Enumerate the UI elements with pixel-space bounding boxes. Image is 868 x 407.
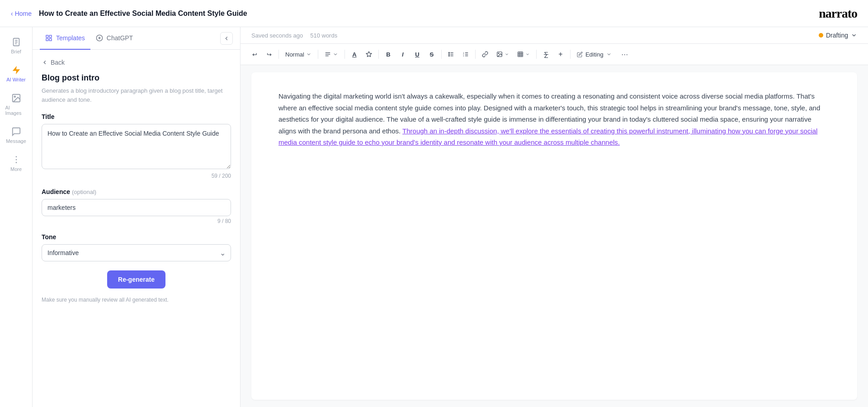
back-label: Back bbox=[51, 59, 65, 66]
tone-form-group: Tone Informative Formal Casual Persuasiv… bbox=[42, 233, 231, 261]
main-layout: Brief AI Writer AI Images Message More T… bbox=[0, 27, 868, 407]
image-dropdown[interactable] bbox=[493, 49, 513, 59]
collapse-panel-button[interactable] bbox=[220, 32, 233, 45]
style-chevron-icon bbox=[306, 52, 311, 57]
editor-area: Saved seconds ago 510 words Drafting ↩ ↪… bbox=[241, 27, 868, 407]
redo-button[interactable]: ↪ bbox=[262, 47, 276, 61]
undo-button[interactable]: ↩ bbox=[248, 47, 261, 61]
sidebar-item-brief-label: Brief bbox=[11, 49, 21, 54]
home-link[interactable]: ‹ Home bbox=[11, 10, 32, 17]
document-icon bbox=[11, 37, 21, 47]
svg-point-21 bbox=[448, 54, 449, 55]
disclaimer: Make sure you manually review all AI gen… bbox=[42, 296, 231, 304]
title-textarea[interactable] bbox=[42, 124, 231, 169]
title-label: Title bbox=[42, 113, 231, 120]
bullet-list-icon bbox=[448, 51, 454, 57]
drafting-chevron-icon[interactable] bbox=[851, 32, 857, 38]
svg-rect-11 bbox=[49, 35, 52, 38]
tone-select-wrapper: Informative Formal Casual Persuasive Ins… bbox=[42, 244, 231, 261]
sidebar-item-more-label: More bbox=[10, 166, 22, 172]
more-options-button[interactable]: ··· bbox=[618, 47, 632, 61]
back-icon bbox=[42, 59, 48, 66]
strikethrough-button[interactable]: S bbox=[425, 47, 439, 61]
text-color-icon: A bbox=[352, 51, 356, 58]
bold-button[interactable]: B bbox=[382, 47, 395, 61]
svg-point-9 bbox=[15, 162, 17, 163]
toolbar-divider-7 bbox=[536, 50, 537, 59]
page-title: How to Create an Effective Social Media … bbox=[39, 9, 247, 18]
link-button[interactable] bbox=[478, 47, 492, 61]
formula-button[interactable]: ∑ bbox=[539, 47, 553, 61]
templates-icon bbox=[45, 34, 52, 42]
chatgpt-icon bbox=[96, 34, 103, 42]
sidebar-item-message-label: Message bbox=[6, 138, 26, 144]
logo: narrato bbox=[819, 6, 857, 21]
svg-rect-13 bbox=[49, 38, 52, 41]
audience-label: Audience (optional) bbox=[42, 188, 231, 195]
topbar: ‹ Home How to Create an Effective Social… bbox=[0, 0, 868, 27]
dots-icon bbox=[11, 155, 21, 165]
svg-point-6 bbox=[14, 96, 15, 97]
editor-toolbar: ↩ ↪ Normal A B I U S bbox=[241, 44, 868, 65]
text-color-button[interactable]: A bbox=[348, 47, 361, 61]
svg-point-7 bbox=[15, 156, 17, 157]
audience-form-group: Audience (optional) 9 / 80 bbox=[42, 188, 231, 224]
chat-icon bbox=[11, 127, 21, 137]
word-count: 510 words bbox=[310, 32, 337, 39]
ordered-list-icon: 1.2.3. bbox=[462, 51, 469, 57]
svg-point-22 bbox=[448, 56, 449, 57]
sidebar-item-ai-images[interactable]: AI Images bbox=[2, 89, 31, 120]
tab-chatgpt[interactable]: ChatGPT bbox=[90, 27, 138, 50]
drafting-label: Drafting bbox=[826, 32, 848, 39]
saved-label: Saved seconds ago bbox=[251, 32, 303, 39]
toolbar-divider-5 bbox=[441, 50, 442, 59]
tab-templates-label: Templates bbox=[56, 34, 85, 42]
sidebar-item-ai-writer-label: AI Writer bbox=[6, 77, 26, 82]
sidebar-item-message[interactable]: Message bbox=[2, 122, 31, 148]
drafting-dot bbox=[819, 33, 823, 38]
italic-button[interactable]: I bbox=[396, 47, 410, 61]
sidebar-item-ai-images-label: AI Images bbox=[5, 105, 27, 116]
audience-optional: (optional) bbox=[72, 189, 96, 195]
toolbar-divider-6 bbox=[475, 50, 476, 59]
bullet-list-button[interactable] bbox=[444, 47, 458, 61]
sidebar-item-brief[interactable]: Brief bbox=[2, 33, 31, 59]
tab-templates[interactable]: Templates bbox=[40, 27, 90, 50]
editor-content[interactable]: Navigating the digital marketing world i… bbox=[251, 72, 857, 400]
svg-point-20 bbox=[448, 52, 449, 53]
tone-select[interactable]: Informative Formal Casual Persuasive Ins… bbox=[42, 244, 231, 261]
highlight-button[interactable] bbox=[362, 47, 376, 61]
toolbar-divider-8 bbox=[570, 50, 571, 59]
editor-meta-left: Saved seconds ago 510 words bbox=[251, 32, 337, 39]
underline-button[interactable]: U bbox=[410, 47, 424, 61]
tab-chatgpt-label: ChatGPT bbox=[107, 34, 133, 42]
toolbar-divider-4 bbox=[378, 50, 379, 59]
sidebar-item-ai-writer[interactable]: AI Writer bbox=[2, 61, 31, 87]
ordered-list-button[interactable]: 1.2.3. bbox=[459, 47, 472, 61]
toolbar-divider-3 bbox=[344, 50, 345, 59]
home-label: Home bbox=[15, 10, 32, 17]
svg-point-8 bbox=[15, 159, 17, 161]
plus-button[interactable]: + bbox=[554, 47, 567, 61]
align-icon bbox=[325, 51, 331, 57]
editing-chevron-icon bbox=[606, 52, 612, 57]
editing-dropdown[interactable]: Editing bbox=[573, 49, 615, 60]
regenerate-button[interactable]: Re-generate bbox=[107, 270, 165, 289]
tabs-row: Templates ChatGPT bbox=[33, 27, 240, 50]
table-dropdown[interactable] bbox=[514, 49, 533, 59]
lightning-icon bbox=[11, 65, 21, 75]
back-button[interactable]: Back bbox=[42, 59, 231, 66]
topbar-left: ‹ Home How to Create an Effective Social… bbox=[11, 9, 247, 18]
collapse-icon bbox=[223, 35, 230, 42]
panel-content: Back Blog post intro Generates a blog in… bbox=[33, 50, 240, 407]
audience-input[interactable] bbox=[42, 199, 231, 216]
sidebar-item-more[interactable]: More bbox=[2, 150, 31, 176]
editing-label: Editing bbox=[585, 51, 604, 58]
table-icon bbox=[517, 51, 524, 57]
sidebar-icons: Brief AI Writer AI Images Message More bbox=[0, 27, 33, 407]
section-title: Blog post intro bbox=[42, 73, 231, 83]
svg-point-30 bbox=[498, 53, 499, 54]
style-dropdown[interactable]: Normal bbox=[282, 49, 315, 60]
align-dropdown[interactable] bbox=[321, 49, 342, 59]
left-panel: Templates ChatGPT Back Blog post intro G… bbox=[33, 27, 241, 407]
